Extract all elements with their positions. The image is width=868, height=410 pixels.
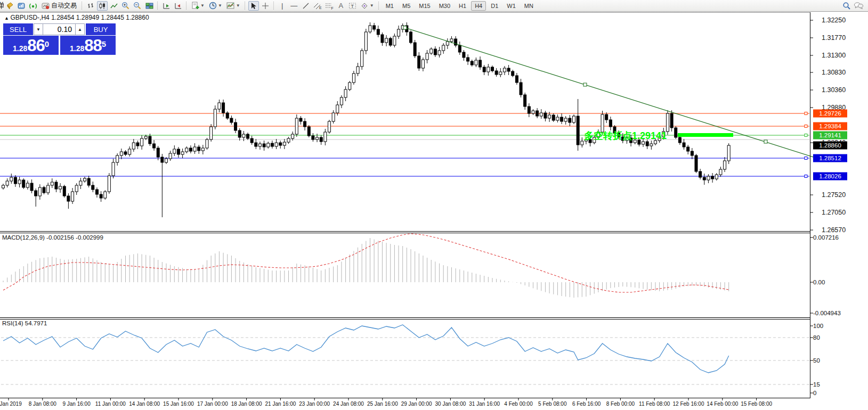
volume-input[interactable]: 0.10 bbox=[43, 23, 75, 35]
axis-price-label: 80 bbox=[813, 334, 820, 341]
axis-price-label: 1.27050 bbox=[822, 209, 846, 216]
axis-price-label: 0.00 bbox=[813, 279, 825, 285]
axis-date-label: 21 Jan 16:00 bbox=[265, 401, 296, 407]
chart-frame-top bbox=[0, 12, 810, 13]
axis-price-label: 15 bbox=[813, 381, 820, 388]
sell-price-sup: 0 bbox=[45, 36, 49, 53]
axis-price-label: 50 bbox=[813, 357, 820, 364]
price-line-badge: 1.28860 bbox=[813, 142, 847, 150]
pane-separator[interactable] bbox=[0, 319, 810, 319]
volume-increase-button[interactable]: ▲ bbox=[75, 23, 85, 35]
axis-date-label: 6 Feb 16:00 bbox=[572, 401, 601, 407]
axis-date-label: 14 Jan 08:00 bbox=[129, 401, 160, 407]
chart-frame-right bbox=[810, 12, 810, 398]
mt4-window: 单 自动交易 bbox=[0, 0, 868, 410]
price-line-badge: 1.29726 bbox=[813, 110, 847, 118]
price-line-badge: 1.29384 bbox=[813, 122, 847, 130]
axis-price-label: 1.31770 bbox=[822, 34, 846, 42]
axis-price-label: 1.30830 bbox=[822, 69, 846, 76]
chart-symbol: GBPUSD-,H4 bbox=[10, 14, 49, 21]
axis-price-label: 1.27520 bbox=[822, 191, 846, 199]
price-chart-svg[interactable] bbox=[0, 0, 868, 410]
axis-price-label: 1.32250 bbox=[822, 17, 846, 24]
axis-price-label: 0 bbox=[813, 390, 816, 396]
axis-date-label: 14 Feb 00:00 bbox=[707, 401, 738, 407]
pane-separator[interactable] bbox=[0, 317, 810, 318]
axis-date-label: 7 Jan 2019 bbox=[0, 401, 22, 407]
axis-date-label: 15 Jan 16:00 bbox=[163, 401, 194, 407]
axis-date-label: 5 Feb 08:00 bbox=[538, 401, 566, 407]
axis-date-label: 11 Feb 08:00 bbox=[639, 401, 670, 407]
buy-price-sup: 5 bbox=[102, 36, 106, 53]
rsi-label: RSI(14) 54.7971 bbox=[2, 320, 47, 326]
chart-title: ▲ GBPUSD-,H4 1.28454 1.28949 1.28445 1.2… bbox=[4, 14, 149, 21]
axis-price-label: 1.26570 bbox=[822, 226, 846, 234]
axis-date-label: 29 Jan 00:00 bbox=[401, 401, 432, 407]
collapse-triangle-icon[interactable]: ▲ bbox=[4, 15, 10, 21]
buy-price[interactable]: 1.28 88 5 bbox=[60, 36, 116, 55]
sell-price-prefix: 1.28 bbox=[13, 43, 27, 54]
buy-button[interactable]: BUY bbox=[85, 23, 116, 35]
buy-price-big: 88 bbox=[84, 38, 101, 54]
axis-date-label: 25 Jan 16:00 bbox=[367, 401, 398, 407]
price-line-badge: 1.28512 bbox=[813, 154, 847, 162]
axis-price-label: 1.31300 bbox=[822, 52, 846, 59]
one-click-trading-panel: SELL ▼ 0.10 ▲ BUY 1.28 86 0 1.28 88 5 bbox=[3, 23, 116, 55]
chart-frame-bottom bbox=[0, 398, 810, 398]
axis-date-label: 12 Feb 16:00 bbox=[673, 401, 704, 407]
axis-price-label: 0.007216 bbox=[813, 234, 839, 241]
axis-date-label: 31 Jan 16:00 bbox=[469, 401, 500, 407]
price-line-badge: 1.29141 bbox=[813, 132, 847, 140]
axis-date-label: 11 Jan 00:00 bbox=[95, 401, 126, 407]
axis-price-label: 1.30360 bbox=[822, 86, 846, 94]
buy-price-prefix: 1.28 bbox=[70, 43, 84, 54]
sell-button[interactable]: SELL bbox=[3, 23, 34, 35]
axis-price-label: -0.004943 bbox=[813, 310, 841, 316]
chart-ohlc-values: 1.28454 1.28949 1.28445 1.28860 bbox=[51, 14, 149, 21]
axis-date-label: 30 Jan 08:00 bbox=[435, 401, 466, 407]
axis-date-label: 24 Jan 08:00 bbox=[333, 401, 364, 407]
axis-date-label: 17 Jan 00:00 bbox=[197, 401, 228, 407]
axis-date-label: 23 Jan 00:00 bbox=[299, 401, 330, 407]
volume-decrease-button[interactable]: ▼ bbox=[34, 23, 43, 35]
pane-separator[interactable] bbox=[0, 231, 810, 232]
axis-date-label: 4 Feb 00:00 bbox=[504, 401, 532, 407]
axis-price-label: 100 bbox=[813, 323, 823, 329]
axis-date-label: 18 Jan 08:00 bbox=[231, 401, 262, 407]
axis-date-label: 8 Jan 08:00 bbox=[29, 401, 56, 407]
axis-date-label: 15 Feb 08:00 bbox=[741, 401, 772, 407]
macd-label: MACD(12,26,9) -0.002156 -0.002999 bbox=[2, 234, 103, 241]
turning-point-annotation[interactable]: 多空转折点1.29141 bbox=[584, 129, 667, 142]
sell-price-big: 86 bbox=[27, 38, 44, 54]
axis-date-label: 8 Feb 00:00 bbox=[606, 401, 635, 407]
pane-separator[interactable] bbox=[0, 233, 810, 233]
price-line-badge: 1.28026 bbox=[813, 173, 847, 181]
axis-date-label: 9 Jan 16:00 bbox=[62, 401, 90, 407]
sell-price[interactable]: 1.28 86 0 bbox=[3, 36, 59, 55]
